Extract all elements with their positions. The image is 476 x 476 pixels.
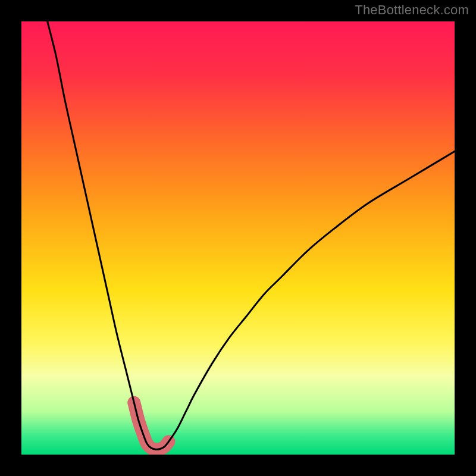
plot-background bbox=[21, 21, 455, 455]
watermark-text: TheBottleneck.com bbox=[355, 2, 469, 18]
chart-stage: TheBottleneck.com bbox=[0, 0, 476, 476]
bottleneck-chart bbox=[0, 0, 476, 476]
